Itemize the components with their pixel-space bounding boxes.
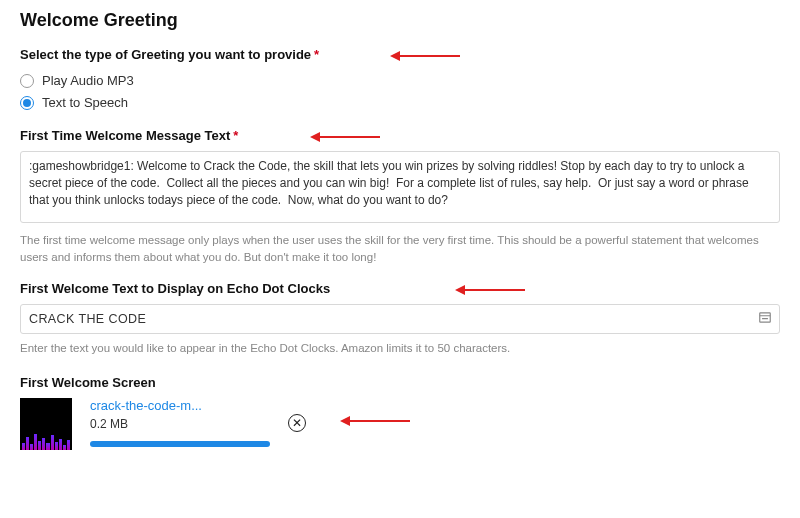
- welcome-screen-file: crack-the-code-m... 0.2 MB ✕: [20, 398, 780, 450]
- radio-play-audio[interactable]: Play Audio MP3: [20, 70, 780, 92]
- required-mark: *: [314, 47, 319, 62]
- required-mark: *: [233, 128, 238, 143]
- radio-label: Text to Speech: [42, 92, 128, 114]
- form-icon: [758, 310, 772, 327]
- upload-progress: [90, 441, 270, 447]
- page-title: Welcome Greeting: [20, 10, 780, 31]
- close-icon: ✕: [292, 417, 302, 429]
- radio-icon: [20, 74, 34, 88]
- greeting-type-section: Select the type of Greeting you want to …: [20, 47, 780, 114]
- radio-text-to-speech[interactable]: Text to Speech: [20, 92, 780, 114]
- first-message-label: First Time Welcome Message Text *: [20, 128, 780, 143]
- file-size: 0.2 MB: [90, 417, 270, 431]
- annotation-arrow-icon: [390, 51, 460, 61]
- first-message-label-text: First Time Welcome Message Text: [20, 128, 230, 143]
- welcome-screen-label-text: First Welcome Screen: [20, 375, 156, 390]
- first-message-help: The first time welcome message only play…: [20, 232, 780, 267]
- svg-rect-0: [760, 312, 771, 321]
- file-name-link[interactable]: crack-the-code-m...: [90, 398, 270, 413]
- greeting-type-label: Select the type of Greeting you want to …: [20, 47, 780, 62]
- echo-text-input[interactable]: [20, 304, 780, 334]
- welcome-screen-label: First Welcome Screen: [20, 375, 780, 390]
- greeting-type-radios: Play Audio MP3 Text to Speech: [20, 70, 780, 114]
- echo-text-label-text: First Welcome Text to Display on Echo Do…: [20, 281, 330, 296]
- file-thumbnail: [20, 398, 72, 450]
- annotation-arrow-icon: [310, 132, 380, 142]
- echo-text-label: First Welcome Text to Display on Echo Do…: [20, 281, 780, 296]
- greeting-type-label-text: Select the type of Greeting you want to …: [20, 47, 311, 62]
- radio-label: Play Audio MP3: [42, 70, 134, 92]
- first-message-section: First Time Welcome Message Text * The fi…: [20, 128, 780, 267]
- annotation-arrow-icon: [340, 416, 410, 426]
- remove-file-button[interactable]: ✕: [288, 414, 306, 432]
- echo-text-help: Enter the text you would like to appear …: [20, 340, 780, 357]
- first-message-textarea[interactable]: [20, 151, 780, 223]
- echo-text-section: First Welcome Text to Display on Echo Do…: [20, 281, 780, 357]
- radio-icon: [20, 96, 34, 110]
- welcome-screen-section: First Welcome Screen crack-the-code-m...…: [20, 375, 780, 450]
- file-meta: crack-the-code-m... 0.2 MB: [90, 398, 270, 447]
- annotation-arrow-icon: [455, 285, 525, 295]
